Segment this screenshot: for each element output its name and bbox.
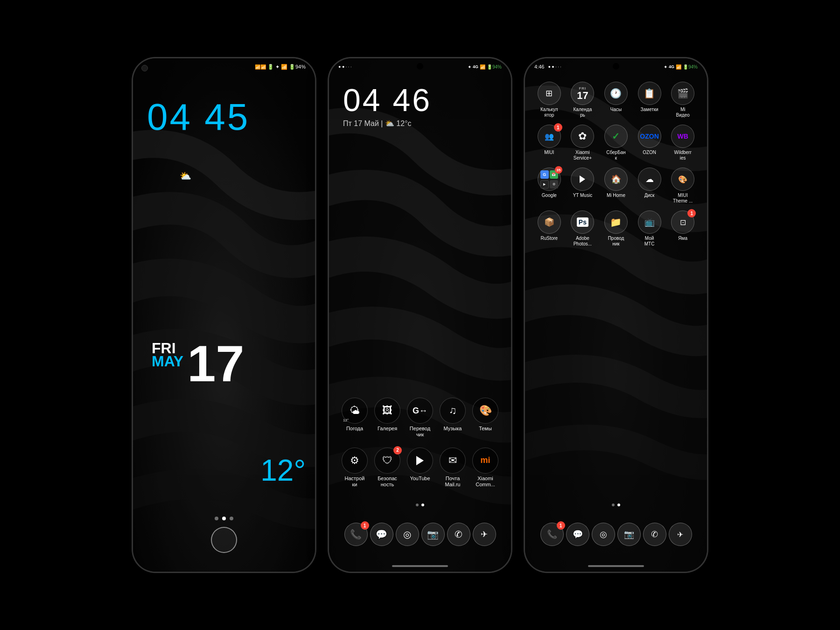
app-settings[interactable]: ⚙ Настройки xyxy=(340,448,370,488)
p3-dock-telegram[interactable]: ✈ xyxy=(669,523,692,546)
app-sber[interactable]: ✓ СберБанк xyxy=(602,125,630,161)
app-adobe[interactable]: Ps AdobePhotos... xyxy=(568,210,596,247)
p1-dot-1 xyxy=(215,517,218,520)
yama-badge: 1 xyxy=(687,209,696,217)
app-calculator[interactable]: ⊞ Калькулятор xyxy=(535,82,563,118)
app-music[interactable]: ♫ Музыка xyxy=(438,398,468,438)
calendar-label: Календарь xyxy=(574,107,592,118)
p2-bt: ✦ xyxy=(468,64,471,70)
app-wb[interactable]: WB Wildberries xyxy=(669,125,697,161)
battery-percent: ✦ 📶 🔋94% xyxy=(275,64,306,70)
mailru-icon-wrap: ✉ xyxy=(440,448,466,474)
p2-status-left: ● ● · · · xyxy=(338,64,351,69)
ozon-icon-wrap: OZON xyxy=(638,125,661,148)
app-disk[interactable]: ☁ Диск xyxy=(636,168,664,204)
app-settings-label: Настройки xyxy=(345,476,365,488)
p3-dock-phone[interactable]: 📞 1 xyxy=(540,523,564,546)
p3-dot-2 xyxy=(617,504,620,506)
app-notes[interactable]: 📋 Заметки xyxy=(636,82,664,118)
dock-whatsapp[interactable]: ✆ xyxy=(447,523,470,546)
app-mailru[interactable]: ✉ ПочтаMail.ru xyxy=(438,448,468,488)
app-youtube-label: YouTube xyxy=(410,476,430,482)
p2-dot-icons: ● ● · · · xyxy=(338,64,351,69)
mi-video-icon-wrap: 🎬 xyxy=(671,82,694,105)
music-icon-wrap: ♫ xyxy=(440,398,466,424)
messages-icon: 💬 xyxy=(376,529,387,540)
rustore-icon-wrap: 📦 xyxy=(538,210,561,234)
app-music-label: Музыка xyxy=(444,426,462,432)
app-mts[interactable]: 📺 МойМТС xyxy=(636,210,664,247)
p1-home-button[interactable] xyxy=(211,527,237,553)
p2-page-dots xyxy=(416,504,424,506)
p1-dot-3 xyxy=(230,517,233,520)
yama-icon-wrap: ⊡ 1 xyxy=(671,210,694,234)
app-mailru-label: ПочтаMail.ru xyxy=(445,476,460,488)
app-google[interactable]: G 📅 ▶ ⚙ 35 Google xyxy=(535,168,563,204)
app-security[interactable]: 🛡 2 Безопасность xyxy=(372,448,402,488)
p3-dock-browser[interactable]: ◎ xyxy=(592,523,615,546)
p2-clock: 04 46 xyxy=(343,82,432,118)
yama-label: Яма xyxy=(678,236,687,241)
p3-phone-badge: 1 xyxy=(557,521,565,530)
app-mi-home[interactable]: 🏠 Mi Home xyxy=(602,168,630,204)
app-miui[interactable]: 👥 1 MIUI xyxy=(535,125,563,161)
p3-row-3: G 📅 ▶ ⚙ 35 Google YT Music xyxy=(532,168,700,204)
translate-icon-wrap: G↔ xyxy=(407,398,433,424)
calendar-icon-wrap: FRI 17 xyxy=(571,82,594,105)
app-files[interactable]: 📁 Проводник xyxy=(602,210,630,247)
yt-play-icon xyxy=(416,456,424,465)
p1-temp: 12° xyxy=(260,453,306,488)
app-mi-video[interactable]: 🎬 MiВидео xyxy=(669,82,697,118)
mi-video-label: MiВидео xyxy=(676,107,690,118)
calculator-label: Калькулятор xyxy=(540,107,558,118)
camera-hole xyxy=(141,65,148,71)
p3-telegram-icon: ✈ xyxy=(677,530,683,539)
security-badge: 2 xyxy=(393,446,402,455)
app-gallery[interactable]: 🖼 Галерея xyxy=(372,398,402,438)
wb-label: Wildberries xyxy=(674,150,692,161)
p2-dot-1 xyxy=(416,504,419,506)
app-yt-music[interactable]: YT Music xyxy=(568,168,596,204)
p3-camera-icon: 📷 xyxy=(624,529,634,539)
ozon-label: OZON xyxy=(643,150,656,155)
adobe-label: AdobePhotos... xyxy=(574,236,592,247)
app-yama[interactable]: ⊡ 1 Яма xyxy=(669,210,697,247)
p1-dot-2 xyxy=(222,517,226,520)
mi-home-label: Mi Home xyxy=(607,193,625,198)
p3-dock-messages[interactable]: 💬 xyxy=(566,523,589,546)
app-xiaomi-comm[interactable]: mi XiaomiComm... xyxy=(470,448,500,488)
p3-browser-icon: ◎ xyxy=(600,529,607,539)
p3-dock-camera[interactable]: 📷 xyxy=(617,523,641,546)
app-translate[interactable]: G↔ Переводчик xyxy=(405,398,435,438)
app-ozon[interactable]: OZON OZON xyxy=(636,125,664,161)
dock-messages[interactable]: 💬 xyxy=(370,523,393,546)
app-rustore[interactable]: 📦 RuStore xyxy=(535,210,563,247)
p3-status-right: ✦ 4G 📶 🔋94% xyxy=(664,64,698,70)
p2-date: Пт 17 Май | ⛅ 12°c xyxy=(343,119,412,128)
phone-2: ● ● · · · ✦ 4G 📶 🔋94% 04 46 Пт 17 Май | … xyxy=(329,58,511,572)
app-youtube[interactable]: YouTube xyxy=(405,448,435,488)
status-right-1: 📶📶 🔋 ✦ 📶 🔋94% xyxy=(255,64,306,70)
app-xiaomi-service[interactable]: ✿ XiaomiService+ xyxy=(568,125,596,161)
app-calendar[interactable]: FRI 17 Календарь xyxy=(568,82,596,118)
dock-phone[interactable]: 📞 1 xyxy=(344,523,368,546)
p3-whatsapp-icon: ✆ xyxy=(651,529,658,539)
app-themes[interactable]: 🎨 Темы xyxy=(470,398,500,438)
settings-icon-wrap: ⚙ xyxy=(342,448,368,474)
miui-theme-icon-wrap: 🎨 xyxy=(671,168,694,191)
battery-icon: 🔋 xyxy=(267,64,274,70)
dock-camera[interactable]: 📷 xyxy=(421,523,445,546)
p3-page-dots xyxy=(612,504,620,506)
sber-label: СберБанк xyxy=(606,150,626,161)
app-clock[interactable]: 🕐 Часы xyxy=(602,82,630,118)
p3-dock-whatsapp[interactable]: ✆ xyxy=(643,523,666,546)
p3-dot-1 xyxy=(612,504,615,506)
dock-browser[interactable]: ◎ xyxy=(396,523,419,546)
google-badge: 35 xyxy=(555,166,562,174)
p3-4g: 4G xyxy=(669,64,674,69)
app-weather[interactable]: 🌤 12° Погода xyxy=(340,398,370,438)
app-miui-theme[interactable]: 🎨 MIUITheme ... xyxy=(669,168,697,204)
dock-telegram[interactable]: ✈ xyxy=(473,523,496,546)
p1-dots xyxy=(215,517,233,520)
youtube-icon-wrap xyxy=(407,448,433,474)
